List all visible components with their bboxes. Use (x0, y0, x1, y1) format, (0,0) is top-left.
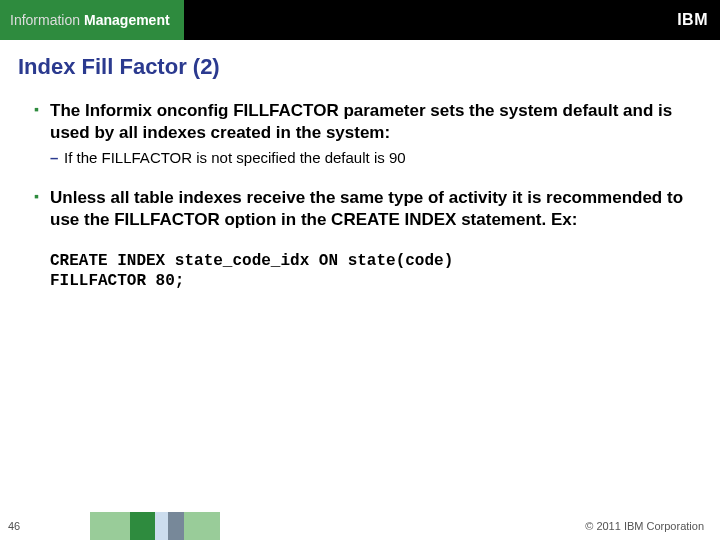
sub-bullet-item: If the FILLFACTOR is not specified the d… (34, 148, 694, 168)
bullet-item: Unless all table indexes receive the sam… (34, 187, 694, 231)
copyright-text: © 2011 IBM Corporation (585, 520, 704, 532)
brand-word: Management (84, 12, 170, 28)
brand-prefix: Information (10, 12, 80, 28)
bullet-block: The Informix onconfig FILLFACTOR paramet… (34, 100, 694, 167)
code-line: FILLFACTOR 80; (50, 271, 694, 292)
brand-badge: Information Management (0, 0, 184, 40)
slide-header: Information Management IBM (0, 0, 720, 40)
bullet-item: The Informix onconfig FILLFACTOR paramet… (34, 100, 694, 144)
page-title: Index Fill Factor (2) (0, 40, 720, 92)
ibm-logo: IBM (677, 11, 708, 29)
bullet-block: Unless all table indexes receive the sam… (34, 187, 694, 231)
code-line: CREATE INDEX state_code_idx ON state(cod… (50, 251, 694, 272)
code-sample: CREATE INDEX state_code_idx ON state(cod… (34, 251, 694, 293)
slide-footer: 46 © 2011 IBM Corporation (0, 512, 720, 540)
page-number: 46 (8, 520, 20, 532)
content-area: The Informix onconfig FILLFACTOR paramet… (0, 92, 720, 292)
